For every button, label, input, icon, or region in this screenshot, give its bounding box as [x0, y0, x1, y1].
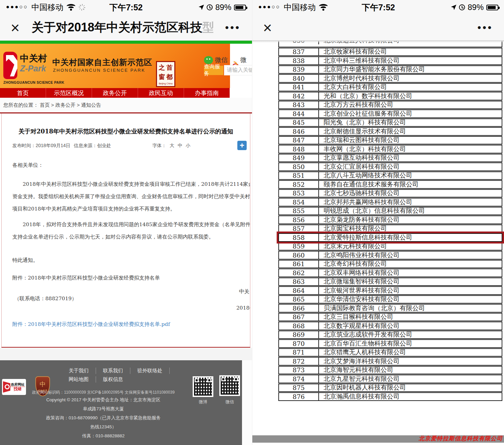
search-service-button[interactable]: 查询服务 — [204, 66, 223, 75]
row-number-cell: 863 — [279, 278, 319, 286]
breadcrumb[interactable]: 您所在的位置： 首页 > 政务公开 > 通知公告 — [0, 98, 252, 112]
article-content: 关于对2018年中关村示范区科技型小微企业研发经费拟支持名单进行公示的通知 发布… — [1, 113, 250, 348]
consult-line: 政策咨询：010-68709990（已并入北京市非紧急救助服务 — [0, 415, 207, 421]
company-name-cell: 北京掌愿互动科技有限公司 — [319, 154, 502, 162]
footer-links-row1: 关于我们联系我们驻外联络处 — [62, 368, 170, 374]
company-name-cell: 北京万方云科技有限公司 — [319, 101, 502, 109]
row-number-cell: 849 — [279, 154, 319, 162]
company-name-cell: 北京艾梦海洋科技有限公司 — [319, 358, 502, 365]
footer-link[interactable]: 联系我们 — [96, 368, 130, 374]
company-name-cell: 北京鸣阳伟业科技有限公司 — [319, 252, 502, 259]
row-number-cell: 860 — [279, 252, 319, 259]
table-row: 865 北京华清信安科技有限公司 — [278, 295, 502, 304]
notice-line: 特此通知。 — [12, 254, 250, 267]
seal-caption: Beijing China — [158, 82, 173, 85]
nav-item[interactable]: 首页 — [0, 88, 46, 98]
toolbar-shadow — [252, 41, 504, 43]
row-number-cell: 868 — [279, 322, 319, 330]
nav-item[interactable]: 办事指南 — [184, 88, 230, 98]
footer-link[interactable]: 版权信息 — [96, 376, 130, 383]
company-name-cell: 贝满国际教育咨询（北京）有限公司 — [319, 305, 502, 312]
font-size-option[interactable]: 小 — [186, 143, 190, 149]
company-name-cell: 北京九星智元科技有限公司 — [319, 375, 502, 383]
nav-item[interactable]: 政务公开 — [92, 88, 138, 98]
company-name-cell: 北京七秒迅驰科技有限公司 — [319, 190, 502, 197]
article-meta: 发布时间：2018年09月14日 信息来源：创业处 字体： 大中小 + — [12, 141, 250, 151]
title-fade: 型 — [202, 20, 213, 34]
table-row: 876 北京瀚禹信息科技有限公司 — [278, 392, 502, 401]
zpark-logo-en: Z-Park — [20, 64, 46, 73]
publish-date: 发布时间：2018年09月14日 — [12, 143, 70, 148]
capital-window-seal[interactable]: 之首窗都 Beijing China — [156, 61, 175, 87]
org-name-cn: 中关村国家自主创新示范区 — [52, 57, 152, 68]
close-button[interactable]: × — [11, 20, 20, 35]
company-name-cell: 明锐思成（北京）信息科技有限公司 — [319, 207, 502, 215]
company-name-cell: 北京银河世界科技有限公司 — [319, 287, 502, 294]
company-name-cell: 北京八斗互动网络技术有限公司 — [319, 172, 502, 179]
menu-button[interactable]: ••• — [477, 22, 493, 33]
table-row: 837 北京牧家科技有限公司 — [278, 48, 502, 56]
company-name-cell: 北京众汇宜居科技有限公司 — [319, 163, 502, 170]
footer-link[interactable]: 驻外联络处 — [130, 368, 170, 374]
copyright-line: Copyright © 2017 中关村管委会主办 地址：北京市海淀区 — [0, 397, 207, 403]
footer-link[interactable]: 网站地图 — [62, 376, 96, 383]
battery-icon — [486, 5, 498, 10]
table-row: 848 丰收网（北京）科技有限公司 — [278, 145, 502, 153]
table-row: 867 北京三目猴科技有限公司 — [278, 313, 502, 322]
company-name-cell: 北京爱特拉斯信息科技有限公司 — [319, 234, 502, 241]
row-number-cell: 839 — [279, 66, 319, 73]
row-number-cell: 854 — [279, 198, 319, 206]
row-number-cell: 870 — [279, 340, 319, 347]
row-number-cell: 851 — [279, 172, 319, 179]
footer-links-row2: 网站地图版权信息 — [62, 376, 130, 383]
company-name-cell: 北京末元科技有限公司 — [319, 243, 502, 250]
nav-item[interactable]: 示范区概况 — [46, 88, 92, 98]
location-icon — [451, 5, 456, 10]
attachment-pdf-link[interactable]: 附件：2018年中关村示范区科技型小微企业研发经费拟支持名单.pdf — [12, 321, 170, 328]
watermark-text: 北京爱特拉斯信息科技有限公司 — [419, 435, 503, 442]
row-number-cell: 871 — [279, 349, 319, 356]
zpark-logo-caption: ZHONGGUANCUN SCIENCE PARK — [3, 80, 62, 84]
body-line: 项目和2018年中关村高精尖产业培育项目支持的企业将不再重复支持。 — [12, 203, 250, 215]
seal-chars: 之首窗都 — [158, 63, 173, 82]
font-size-switcher: 字体： 大中小 — [152, 143, 190, 149]
company-name-cell: 北京邦邦共赢网络科技有限公司 — [319, 198, 502, 206]
row-number-cell: 846 — [279, 128, 319, 135]
company-name-cell: 北京奇幻科技有限公司 — [319, 261, 502, 268]
close-button[interactable]: × — [263, 20, 272, 35]
table-row: 863 北京微瑞集智科技有限公司 — [278, 278, 502, 286]
table-row: 855 明锐思成（北京）信息科技有限公司 — [278, 207, 502, 215]
table-row: 850 北京众汇宜居科技有限公司 — [278, 162, 502, 171]
table-row: 844 北京创业公社征信服务有限公司 — [278, 109, 502, 118]
row-number-cell: 844 — [279, 110, 319, 117]
company-name-cell: 丰收网（北京）科技有限公司 — [319, 145, 502, 153]
row-number-cell: 865 — [279, 296, 319, 303]
table-row: 843 北京万方云科技有限公司 — [278, 101, 502, 109]
row-number-cell: 875 — [279, 384, 319, 392]
footer-link[interactable]: 关于我们 — [62, 368, 96, 374]
row-number-cell: 867 — [279, 314, 319, 321]
browser-toolbar: × ••• — [252, 15, 504, 41]
wechat-icon — [204, 56, 213, 64]
font-size-option[interactable]: 中 — [178, 143, 182, 149]
font-size-option[interactable]: 大 — [170, 143, 174, 149]
search-input[interactable]: 请输入关键字 — [224, 65, 252, 75]
menu-button[interactable]: ••• — [225, 22, 241, 33]
row-number-cell: 841 — [279, 84, 319, 91]
alarm-icon — [459, 4, 465, 10]
status-right: 89% — [199, 3, 246, 12]
row-number-cell: 862 — [279, 269, 319, 277]
publish-info: 发布时间：2018年09月14日 信息来源：创业处 — [12, 143, 113, 149]
row-number-cell: 852 — [279, 181, 319, 188]
row-number-cell: 858 — [279, 234, 319, 241]
table-row: 862 北京双丰网络科技有限公司 — [278, 269, 502, 277]
share-button[interactable]: + — [237, 141, 247, 150]
table-row: 859 北京末元科技有限公司 — [278, 242, 502, 251]
nav-item[interactable]: 政民互动 — [138, 88, 184, 98]
row-number-cell: 861 — [279, 261, 319, 268]
table-row: 840 北京博然时代科技有限公司 — [278, 74, 502, 83]
row-number-cell: 840 — [279, 75, 319, 82]
company-name-cell: 北京博然时代科技有限公司 — [319, 75, 502, 82]
battery-percent: 89% — [215, 3, 231, 12]
main-navigation: 首页示范区概况政务公开政民互动办事指南 — [0, 88, 230, 98]
